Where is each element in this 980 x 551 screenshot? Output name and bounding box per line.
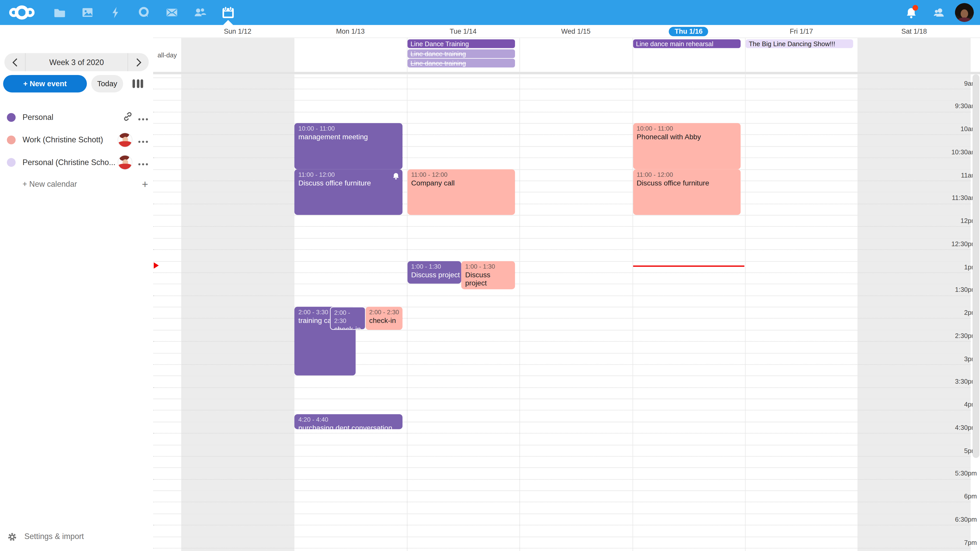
calendar-color-dot: [7, 135, 16, 144]
half-hour-line: [153, 100, 970, 100]
event-title: check-in: [369, 317, 401, 326]
new-event-button[interactable]: + New event: [3, 75, 87, 93]
app-navigation: [45, 0, 242, 25]
half-hour-line: [153, 330, 970, 330]
calendar-list-item[interactable]: Personal: [0, 106, 153, 129]
files-icon[interactable]: [45, 0, 73, 25]
event-title: Discuss project announcement: [411, 271, 460, 279]
event-discuss-office-furniture[interactable]: 11:00 - 12:00Discuss office furniture: [633, 169, 741, 215]
notification-dot: [913, 5, 918, 11]
event-title: Discuss project announcement: [465, 271, 514, 289]
grid-scrollbar-thumb[interactable]: [972, 74, 979, 458]
calendar-color-dot: [7, 113, 16, 122]
notifications-bell-icon[interactable]: [900, 0, 923, 25]
quarter-hour-line: [153, 89, 970, 89]
previous-week-button[interactable]: [4, 53, 25, 71]
calendar-name: Work (Christine Schott): [22, 135, 118, 144]
active-app-caret: [223, 20, 233, 25]
event-check-in[interactable]: 2:00 - 2:30check-in: [366, 306, 402, 330]
day-header-fri[interactable]: Fri 1/17: [745, 25, 858, 38]
calendar-list-item[interactable]: Work (Christine Schott): [0, 129, 153, 151]
calendar-actions-menu-icon[interactable]: [138, 157, 148, 168]
time-label: 7pm: [949, 538, 977, 546]
user-avatar[interactable]: [955, 3, 974, 22]
day-header-sun[interactable]: Sun 1/12: [181, 25, 294, 38]
half-hour-line: [153, 421, 970, 422]
allday-column[interactable]: [858, 38, 970, 72]
half-hour-line: [153, 77, 970, 78]
contacts-icon[interactable]: [186, 0, 213, 25]
activity-icon[interactable]: [101, 0, 129, 25]
share-link-icon[interactable]: [123, 111, 132, 124]
allday-event[interactable]: Line dance training: [407, 49, 515, 58]
avatar-shirt: [958, 17, 971, 22]
calendar-icon[interactable]: [214, 0, 242, 25]
contacts-menu-icon[interactable]: [928, 0, 950, 25]
allday-event[interactable]: Line dance training: [407, 59, 515, 67]
half-hour-line: [153, 284, 970, 284]
settings-import-button[interactable]: Settings & import: [0, 529, 153, 545]
allday-column[interactable]: [181, 38, 294, 72]
quarter-hour-line: [153, 341, 970, 341]
event-phonecall-with-abby[interactable]: 10:00 - 11:00Phonecall with Abby: [633, 123, 741, 169]
allday-event[interactable]: Line dance main rehearsal: [633, 39, 741, 48]
gear-icon: [7, 532, 17, 541]
event-time: 4:20 - 4:40: [298, 415, 401, 423]
calendar-name: Personal (Christine Scho...: [22, 158, 118, 167]
new-calendar-label: + New calendar: [22, 180, 77, 189]
time-grid: 9am9:30am10am10:30am11am11:30am12pm12:30…: [153, 74, 980, 551]
nextcloud-logo-icon[interactable]: [7, 4, 36, 21]
event-management-meeting[interactable]: 10:00 - 11:00management meeting: [294, 123, 402, 169]
calendar-item-actions: [118, 132, 148, 148]
calendar-name: Personal: [22, 113, 123, 122]
event-time: 10:00 - 11:00: [637, 124, 740, 132]
quarter-hour-line: [153, 318, 970, 319]
talk-icon[interactable]: [129, 0, 158, 25]
photos-icon[interactable]: [73, 0, 101, 25]
calendar-actions-menu-icon[interactable]: [138, 135, 148, 146]
quarter-hour-line: [153, 203, 970, 204]
view-switcher-icon[interactable]: [132, 79, 143, 88]
mail-icon[interactable]: [158, 0, 186, 25]
allday-column[interactable]: [294, 38, 407, 72]
allday-event[interactable]: Line Dance Training: [407, 39, 515, 48]
week-label[interactable]: Week 3 of 2020: [25, 58, 127, 67]
day-header-sat[interactable]: Sat 1/18: [858, 25, 970, 38]
event-discuss-project-announcement[interactable]: 1:00 - 1:30Discuss project announcement: [407, 261, 461, 284]
new-calendar-button[interactable]: + New calendar +: [0, 174, 153, 195]
next-week-button[interactable]: [128, 53, 149, 71]
allday-event[interactable]: The Big Line Dancing Show!!!: [746, 39, 853, 48]
calendar-actions-menu-icon[interactable]: [138, 112, 148, 123]
calendar-color-dot: [7, 158, 16, 167]
calendar-list-item[interactable]: Personal (Christine Scho...: [0, 151, 153, 174]
quarter-hour-line: [153, 502, 970, 502]
event-time: 11:00 - 12:00: [298, 170, 401, 178]
half-hour-line: [153, 353, 970, 353]
quarter-hour-line: [153, 525, 970, 525]
week-navigation: Week 3 of 2020: [4, 53, 149, 71]
avatar-face: [961, 10, 968, 18]
event-discuss-office-furniture[interactable]: 11:00 - 12:00Discuss office furniture: [294, 169, 402, 215]
day-header-mon[interactable]: Mon 1/13: [294, 25, 407, 38]
event-title: Discuss office furniture: [298, 179, 401, 188]
half-hour-line: [153, 261, 970, 261]
quarter-hour-line: [153, 410, 970, 410]
event-title: purchasing dept conversation: [298, 424, 401, 429]
shared-by-avatar: [118, 132, 132, 148]
day-header-tue[interactable]: Tue 1/14: [407, 25, 520, 38]
event-check-in[interactable]: 2:00 - 2:30check-in: [330, 306, 366, 330]
current-time-arrow: [154, 262, 159, 268]
calendar-week-view: Sun 1/12Mon 1/13Tue 1/14Wed 1/15Thu 1/16…: [153, 25, 980, 551]
quarter-hour-line: [153, 295, 970, 295]
settings-import-label: Settings & import: [24, 532, 84, 541]
event-purchasing-dept-conversation[interactable]: 4:20 - 4:40purchasing dept conversation: [294, 414, 402, 429]
day-header-thu[interactable]: Thu 1/16: [632, 25, 745, 38]
event-discuss-project-announcement[interactable]: 1:00 - 1:30Discuss project announcement: [461, 261, 515, 289]
today-button[interactable]: Today: [91, 75, 123, 93]
half-hour-line: [153, 536, 970, 537]
event-company-call[interactable]: 11:00 - 12:00Company call: [407, 169, 515, 215]
allday-column[interactable]: [520, 38, 632, 72]
event-title: Company call: [411, 179, 514, 188]
day-header-wed[interactable]: Wed 1/15: [520, 25, 632, 38]
half-hour-line: [153, 490, 970, 491]
